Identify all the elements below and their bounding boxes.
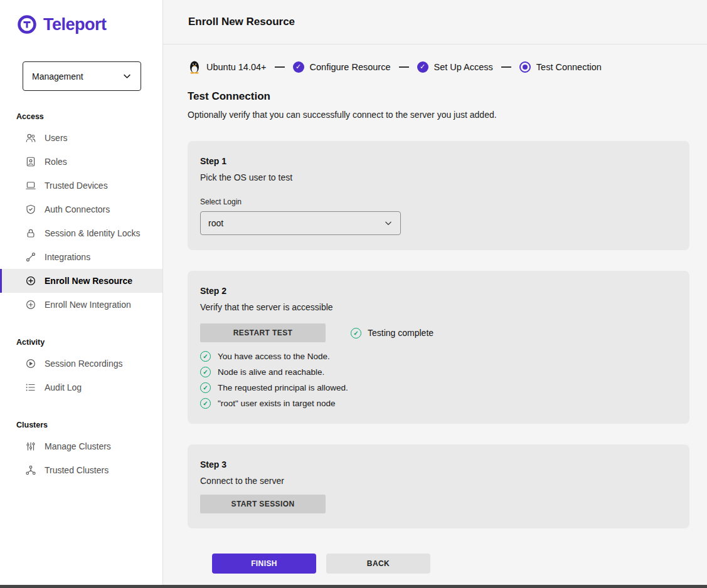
test-checks-list: You have access to the Node. Node is ali…	[200, 351, 677, 409]
stepper-dash	[501, 66, 511, 68]
sidebar-item-trusted-devices[interactable]: Trusted Devices	[0, 174, 162, 197]
sidebar-item-roles[interactable]: Roles	[0, 150, 162, 174]
step1-title: Step 1	[200, 156, 677, 166]
stepper-step-label: Set Up Access	[434, 62, 493, 72]
check-label: "root" user exists in target node	[218, 399, 335, 408]
list-item: "root" user exists in target node	[200, 398, 677, 409]
roles-icon	[25, 156, 36, 167]
testing-status: Testing complete	[351, 328, 433, 339]
active-step-radio-icon	[519, 61, 531, 73]
stepper-dash	[275, 66, 285, 68]
sidebar-item-label: Auth Connectors	[45, 204, 110, 214]
content-title: Test Connection	[188, 90, 707, 103]
users-icon	[25, 132, 36, 144]
start-session-button[interactable]: START SESSION	[200, 495, 326, 513]
sidebar-item-label: Users	[45, 133, 68, 143]
linux-penguin-icon	[188, 60, 201, 74]
check-circle-icon	[200, 382, 211, 393]
sliders-icon	[25, 441, 36, 452]
step1-card: Step 1 Pick the OS user to test Select L…	[188, 141, 689, 250]
chevron-down-icon	[384, 219, 393, 228]
laptop-icon	[25, 180, 36, 191]
stepper-os: Ubuntu 14.04+	[188, 60, 267, 74]
finish-button[interactable]: FINISH	[212, 554, 316, 574]
sidebar-section-clusters: Clusters	[16, 421, 162, 429]
sidebar-section-access: Access	[16, 112, 162, 121]
sidebar-item-label: Trusted Devices	[45, 181, 108, 191]
content-subtitle: Optionally verify that you can successfu…	[188, 110, 707, 120]
sidebar-item-label: Session Recordings	[45, 359, 123, 369]
check-circle-icon	[293, 61, 304, 73]
testing-status-label: Testing complete	[368, 328, 433, 338]
sidebar-item-users[interactable]: Users	[0, 126, 162, 150]
stepper-dash	[399, 66, 409, 68]
restart-test-button[interactable]: RESTART TEST	[200, 323, 326, 342]
list-item: The requested principal is allowed.	[200, 382, 677, 393]
check-circle-icon	[200, 398, 211, 409]
management-dropdown-value: Management	[32, 71, 83, 81]
teleport-logo[interactable]: Teleport	[0, 0, 162, 35]
list-item: Node is alive and reachable.	[200, 367, 677, 377]
content-area: Test Connection Optionally verify that y…	[163, 74, 707, 574]
step2-title: Step 2	[200, 286, 677, 296]
app-window: Teleport Management Access Users Roles T…	[0, 0, 707, 588]
sidebar-item-label: Roles	[45, 157, 67, 167]
shield-icon	[25, 204, 36, 215]
integrations-icon	[25, 251, 36, 263]
sidebar-item-manage-clusters[interactable]: Manage Clusters	[0, 434, 162, 458]
stepper-step-configure-resource: Configure Resource	[293, 61, 391, 73]
chevron-down-icon	[122, 71, 132, 81]
sidebar-item-integrations[interactable]: Integrations	[0, 245, 162, 269]
bottom-edge-bar	[0, 585, 707, 588]
sidebar-item-label: Integrations	[45, 252, 90, 262]
footer-actions: FINISH BACK	[212, 554, 707, 574]
sidebar-item-auth-connectors[interactable]: Auth Connectors	[0, 197, 162, 221]
page-title: Enroll New Resource	[188, 16, 295, 28]
check-circle-icon	[200, 367, 211, 377]
stepper-step-set-up-access: Set Up Access	[417, 61, 493, 73]
sidebar-item-enroll-new-integration[interactable]: Enroll New Integration	[0, 293, 162, 317]
list-item: You have access to the Node.	[200, 351, 677, 362]
lock-icon	[25, 228, 36, 239]
play-circle-icon	[25, 358, 36, 369]
network-icon	[25, 465, 36, 476]
step3-card: Step 3 Connect to the server START SESSI…	[188, 444, 689, 528]
stepper-step-label: Test Connection	[536, 62, 602, 72]
list-icon	[25, 382, 36, 393]
stepper-step-label: Configure Resource	[310, 62, 391, 72]
check-label: The requested principal is allowed.	[218, 383, 348, 392]
sidebar-item-session-identity-locks[interactable]: Session & Identity Locks	[0, 221, 162, 245]
management-dropdown[interactable]: Management	[23, 61, 141, 91]
login-select[interactable]: root	[200, 211, 401, 235]
check-circle-icon	[417, 61, 428, 73]
sidebar-item-audit-log[interactable]: Audit Log	[0, 375, 162, 399]
sidebar-item-enroll-new-resource[interactable]: Enroll New Resource	[0, 269, 162, 293]
stepper-step-test-connection: Test Connection	[519, 61, 602, 73]
page-header: Enroll New Resource	[163, 0, 707, 45]
step3-description: Connect to the server	[200, 476, 677, 486]
step1-description: Pick the OS user to test	[200, 172, 677, 182]
check-label: You have access to the Node.	[218, 352, 330, 361]
stepper: Ubuntu 14.04+ Configure Resource Set Up …	[163, 45, 707, 74]
sidebar-item-label: Enroll New Integration	[45, 300, 131, 310]
select-login-label: Select Login	[200, 197, 677, 206]
sidebar-item-label: Audit Log	[45, 382, 82, 392]
step2-description: Verify that the server is accessible	[200, 302, 677, 312]
sidebar-item-label: Manage Clusters	[45, 441, 111, 451]
step2-card: Step 2 Verify that the server is accessi…	[188, 271, 689, 424]
sidebar-item-session-recordings[interactable]: Session Recordings	[0, 352, 162, 375]
sidebar-item-trusted-clusters[interactable]: Trusted Clusters	[0, 458, 162, 482]
sidebar-item-label: Session & Identity Locks	[45, 228, 141, 238]
teleport-logo-icon	[16, 14, 38, 35]
check-label: Node is alive and reachable.	[218, 367, 324, 377]
sidebar-section-activity: Activity	[16, 338, 162, 347]
check-circle-icon	[351, 328, 361, 339]
step3-title: Step 3	[200, 459, 677, 470]
plus-circle-icon	[25, 299, 36, 310]
sidebar-item-label: Trusted Clusters	[45, 465, 109, 475]
stepper-os-label: Ubuntu 14.04+	[206, 62, 267, 72]
logo-text: Teleport	[43, 15, 107, 34]
back-button[interactable]: BACK	[326, 554, 430, 574]
sidebar: Teleport Management Access Users Roles T…	[0, 0, 163, 588]
main-panel: Enroll New Resource Ubuntu 14.04+ Config…	[163, 0, 707, 588]
